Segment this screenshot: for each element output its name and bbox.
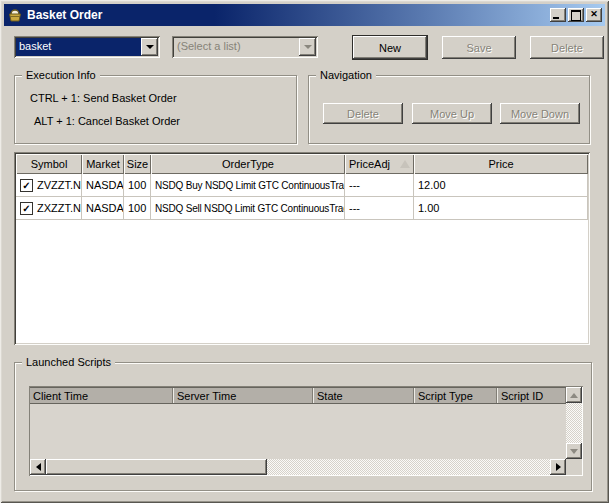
scroll-right-icon[interactable] (550, 459, 566, 475)
maximize-button[interactable] (568, 8, 584, 22)
symbol-cell: ✓ ZXZZT.NQ (16, 197, 82, 219)
column-header-price[interactable]: Price (414, 154, 588, 174)
column-header-client-time[interactable]: Client Time (30, 388, 173, 403)
window-title: Basket Order (27, 8, 102, 22)
execution-info-title: Execution Info (22, 69, 100, 81)
nav-delete-button[interactable]: Delete (323, 103, 403, 124)
price-cell: 1.00 (414, 197, 588, 219)
scroll-up-icon[interactable] (566, 387, 582, 403)
move-up-button[interactable]: Move Up (412, 103, 492, 124)
scrollbar-corner (566, 459, 582, 475)
scroll-down-icon[interactable] (566, 443, 582, 459)
sort-ascending-icon (400, 160, 410, 168)
column-header-market[interactable]: Market (82, 154, 124, 174)
market-cell: NASDAQ (82, 197, 124, 219)
size-cell: 100 (124, 174, 151, 196)
chevron-down-icon[interactable] (141, 38, 158, 56)
minimize-button[interactable] (550, 8, 566, 22)
list-combo-value: (Select a list) (174, 38, 299, 56)
launched-scripts-table: Client Time Server Time State Script Typ… (29, 386, 583, 476)
column-header-ordertype[interactable]: OrderType (151, 154, 345, 174)
navigation-group: Navigation Delete Move Up Move Down (308, 75, 590, 144)
column-header-state[interactable]: State (313, 388, 414, 403)
symbol-cell: ✓ ZVZZT.NQ (16, 174, 82, 196)
titlebar: Basket Order (4, 4, 605, 26)
row-checkbox-checked[interactable]: ✓ (20, 202, 33, 215)
scroll-left-icon[interactable] (30, 459, 46, 475)
orders-table: Symbol Market Size OrderType PriceAdj Pr… (14, 152, 590, 345)
basket-combo[interactable]: basket (14, 36, 160, 58)
list-combo[interactable]: (Select a list) (172, 36, 318, 58)
new-button[interactable]: New (353, 36, 427, 59)
symbol-text: ZVZZT.NQ (37, 179, 82, 191)
launched-scripts-group: Launched Scripts Client Time Server Time… (14, 362, 592, 491)
chevron-down-icon (299, 38, 316, 56)
navigation-title: Navigation (316, 69, 376, 81)
order-row[interactable]: ✓ ZVZZT.NQ NASDAQ 100 NSDQ Buy NSDQ Limi… (16, 174, 588, 197)
column-header-size[interactable]: Size (124, 154, 151, 174)
save-button[interactable]: Save (442, 36, 516, 59)
orders-table-header: Symbol Market Size OrderType PriceAdj Pr… (16, 154, 588, 174)
column-header-server-time[interactable]: Server Time (173, 388, 313, 403)
move-down-button[interactable]: Move Down (500, 103, 580, 124)
column-header-symbol[interactable]: Symbol (16, 154, 82, 174)
horizontal-scrollbar-thumb[interactable] (46, 459, 267, 475)
column-header-priceadj[interactable]: PriceAdj (345, 154, 414, 174)
cancel-basket-hint: ALT + 1: Cancel Basket Order (34, 115, 180, 127)
column-header-priceadj-label: PriceAdj (349, 158, 390, 170)
symbol-text: ZXZZT.NQ (37, 202, 82, 214)
size-cell: 100 (124, 197, 151, 219)
scripts-table-header: Client Time Server Time State Script Typ… (30, 387, 566, 404)
column-header-script-id[interactable]: Script ID (497, 388, 566, 403)
window-controls (548, 8, 602, 22)
market-cell: NASDAQ (82, 174, 124, 196)
price-cell: 12.00 (414, 174, 588, 196)
priceadj-cell: --- (345, 174, 414, 196)
execution-info-group: Execution Info CTRL + 1: Send Basket Ord… (14, 75, 297, 144)
basket-combo-value: basket (16, 38, 141, 56)
basket-order-window: Basket Order basket (Select a list) New … (0, 0, 609, 503)
ordertype-cell: NSDQ Sell NSDQ Limit GTC ContinuousTradi… (151, 197, 345, 219)
horizontal-scrollbar[interactable] (30, 459, 566, 475)
priceadj-cell: --- (345, 197, 414, 219)
vertical-scrollbar[interactable] (566, 387, 582, 459)
order-row[interactable]: ✓ ZXZZT.NQ NASDAQ 100 NSDQ Sell NSDQ Lim… (16, 197, 588, 220)
ordertype-cell: NSDQ Buy NSDQ Limit GTC ContinuousTradi.… (151, 174, 345, 196)
row-checkbox-checked[interactable]: ✓ (20, 179, 33, 192)
send-basket-hint: CTRL + 1: Send Basket Order (30, 92, 177, 104)
column-header-script-type[interactable]: Script Type (414, 388, 497, 403)
basket-icon (7, 7, 23, 23)
close-button[interactable] (586, 8, 602, 22)
launched-scripts-title: Launched Scripts (22, 356, 115, 368)
delete-button[interactable]: Delete (530, 36, 604, 59)
